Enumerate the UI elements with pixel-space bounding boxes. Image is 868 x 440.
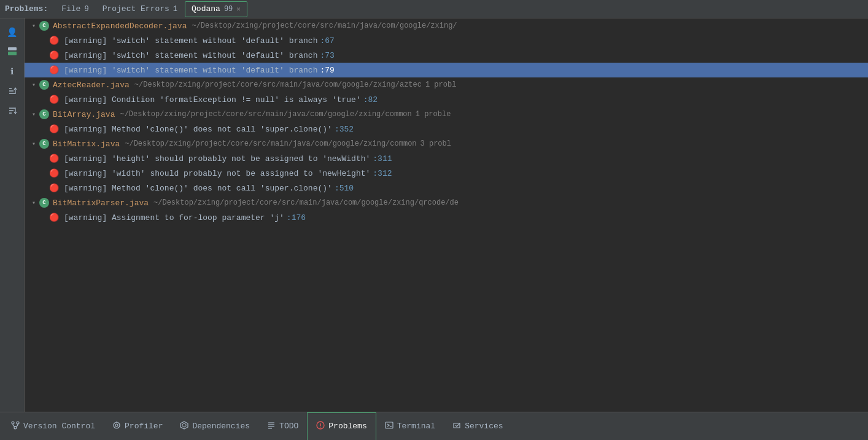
file-name: AztecReader.java — [53, 81, 130, 90]
bottom-tab-services[interactable]: Services — [444, 412, 511, 441]
file-name: BitMatrixParser.java — [53, 198, 149, 208]
problem-row-bmp1[interactable]: 🔴 [warning] Assignment to for-loop param… — [25, 210, 868, 225]
warning-icon: 🔴 — [49, 183, 59, 193]
sidebar-icon-person[interactable]: 👤 — [4, 23, 21, 41]
problem-text: [warning] 'switch' statement without 'de… — [64, 36, 317, 45]
file-path: ~/Desktop/zxing/project/core/src/main/ja… — [125, 139, 416, 148]
svg-point-14 — [115, 424, 118, 426]
warning-icon: 🔴 — [49, 95, 59, 104]
problem-text: [warning] 'height' should probably not b… — [64, 154, 370, 163]
file-type-icon: C — [39, 198, 49, 208]
problem-text: [warning] Method 'clone()' does not call… — [64, 184, 332, 193]
tab-qodana-badge: 99 — [224, 5, 233, 14]
tab-qodana-close[interactable]: ✕ — [236, 5, 241, 13]
line-number: :82 — [363, 95, 378, 104]
file-name: BitMatrix.java — [53, 139, 120, 149]
version-control-icon — [11, 421, 20, 432]
chevron-icon: ▾ — [32, 111, 36, 118]
line-number: :79 — [320, 66, 334, 75]
sidebar-icon-sort-asc[interactable] — [4, 82, 21, 100]
services-icon — [452, 421, 461, 432]
warning-icon: 🔴 — [49, 124, 59, 134]
file-path: ~/Desktop/zxing/project/core/src/main/ja… — [192, 22, 457, 30]
bottom-tab-terminal[interactable]: Terminal — [376, 412, 444, 441]
line-number: :73 — [320, 51, 334, 60]
problem-text: [warning] 'switch' statement without 'de… — [64, 51, 317, 60]
tab-project-errors[interactable]: Project Errors 1 — [96, 1, 184, 17]
problem-row-ae1[interactable]: 🔴 [warning] 'switch' statement without '… — [25, 33, 868, 48]
bottom-tab-dependencies[interactable]: Dependencies — [171, 412, 258, 441]
problem-count: 1 proble — [416, 110, 451, 119]
bottom-tab-profiler[interactable]: Profiler — [104, 412, 171, 441]
bottom-tab-version-control[interactable]: Version Control — [2, 412, 104, 441]
sidebar-icon-layout[interactable] — [4, 43, 21, 60]
profiler-icon — [112, 421, 121, 432]
svg-point-10 — [12, 422, 14, 424]
warning-icon: 🔴 — [49, 168, 59, 178]
sidebar-icon-info[interactable]: ℹ — [4, 63, 21, 80]
svg-marker-16 — [182, 423, 186, 427]
problem-text: [warning] 'switch' statement without 'de… — [64, 66, 317, 75]
file-type-icon: C — [39, 21, 49, 31]
problems-list[interactable]: ▾ C AbstractExpandedDecoder.java ~/Deskt… — [25, 18, 868, 412]
problem-row-ae2[interactable]: 🔴 [warning] 'switch' statement without '… — [25, 48, 868, 63]
problem-row-bm1[interactable]: 🔴 [warning] 'height' should probably not… — [25, 151, 868, 166]
bottom-tab-version-control-label: Version Control — [23, 422, 95, 431]
file-type-icon: C — [39, 109, 49, 119]
problem-count: 1 probl — [425, 81, 456, 89]
bottom-tab-problems[interactable]: Problems — [307, 412, 376, 441]
file-row-bit-array[interactable]: ▾ C BitArray.java ~/Desktop/zxing/projec… — [25, 107, 868, 122]
line-number: :311 — [373, 154, 392, 163]
todo-icon — [267, 421, 276, 432]
tab-project-errors-label: Project Errors — [103, 4, 169, 14]
bottom-tab-terminal-label: Terminal — [397, 422, 435, 431]
file-path: ~/Desktop/zxing/project/core/src/main/ja… — [120, 110, 411, 119]
problem-text: [warning] Condition 'formatException != … — [64, 95, 361, 104]
problem-text: [warning] Method 'clone()' does not call… — [64, 125, 332, 134]
file-type-icon: C — [39, 139, 49, 149]
tab-qodana-label: Qodana — [192, 4, 220, 14]
tab-qodana[interactable]: Qodana 99 ✕ — [185, 1, 247, 17]
svg-point-11 — [17, 422, 19, 424]
line-number: :352 — [335, 125, 354, 134]
file-row-bit-matrix[interactable]: ▾ C BitMatrix.java ~/Desktop/zxing/proje… — [25, 136, 868, 151]
dependencies-icon — [180, 421, 188, 432]
warning-icon: 🔴 — [49, 36, 59, 45]
chevron-icon: ▾ — [32, 140, 36, 147]
warning-icon: 🔴 — [49, 50, 59, 60]
file-path: ~/Desktop/zxing/project/core/src/main/ja… — [134, 81, 422, 89]
warning-icon: 🔴 — [49, 154, 59, 163]
bottom-tab-todo-label: TODO — [279, 422, 298, 431]
sidebar-icon-sort-desc[interactable] — [4, 102, 21, 119]
problem-row-ba1[interactable]: 🔴 [warning] Method 'clone()' does not ca… — [25, 122, 868, 136]
problem-row-ar1[interactable]: 🔴 [warning] Condition 'formatException !… — [25, 92, 868, 107]
tab-file-label: File — [61, 4, 80, 14]
file-row-aztec-reader[interactable]: ▾ C AztecReader.java ~/Desktop/zxing/pro… — [25, 77, 868, 92]
line-number: :176 — [287, 213, 306, 222]
file-row-bit-matrix-parser[interactable]: ▾ C BitMatrixParser.java ~/Desktop/zxing… — [25, 195, 868, 210]
file-row-abstract-expanded-decoder[interactable]: ▾ C AbstractExpandedDecoder.java ~/Deskt… — [25, 18, 868, 33]
warning-icon: 🔴 — [49, 65, 59, 75]
bottom-tab-dependencies-label: Dependencies — [192, 422, 250, 431]
bottom-tab-profiler-label: Profiler — [125, 422, 163, 431]
bottom-tab-todo[interactable]: TODO — [258, 412, 307, 441]
file-path: ~/Desktop/zxing/project/core/src/main/ja… — [153, 198, 459, 207]
svg-rect-0 — [8, 47, 17, 50]
tab-file-badge: 9 — [84, 5, 88, 14]
tab-bar: Problems: File 9 Project Errors 1 Qodana… — [0, 0, 868, 18]
problem-row-bm3[interactable]: 🔴 [warning] Method 'clone()' does not ca… — [25, 181, 868, 195]
tab-bar-label: Problems: — [5, 4, 48, 14]
terminal-icon — [385, 421, 393, 432]
problem-text: [warning] Assignment to for-loop paramet… — [64, 213, 284, 222]
problem-count: 3 probl — [420, 139, 451, 148]
line-number: :510 — [335, 184, 354, 193]
file-type-icon: C — [39, 80, 49, 90]
tab-file[interactable]: File 9 — [55, 1, 95, 17]
problem-text: [warning] 'width' should probably not be… — [64, 169, 370, 178]
line-number: :312 — [373, 169, 392, 178]
warning-icon: 🔴 — [49, 213, 59, 222]
problem-row-ae3[interactable]: 🔴 [warning] 'switch' statement without '… — [25, 63, 868, 77]
problem-row-bm2[interactable]: 🔴 [warning] 'width' should probably not … — [25, 166, 868, 181]
chevron-icon: ▾ — [32, 22, 36, 29]
svg-marker-15 — [180, 422, 188, 429]
